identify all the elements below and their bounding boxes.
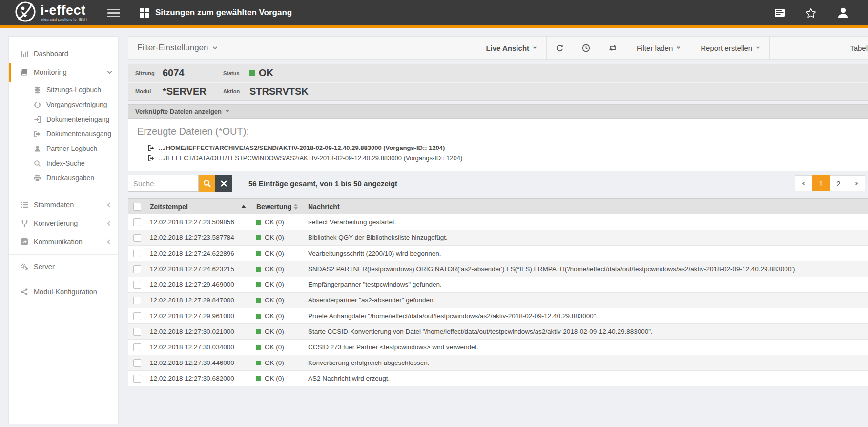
log-table-body: 12.02.2018 12:27:23.509856 OK (0) i-effe…: [128, 214, 868, 386]
session-id-value: 6074: [163, 67, 220, 79]
row-checkbox[interactable]: [133, 265, 141, 273]
repeat-icon: [608, 44, 617, 52]
sidebar-item-dashboard[interactable]: Dashboard: [9, 44, 118, 63]
table-row[interactable]: 12.02.2018 12:27:29.961000 OK (0) Pruefe…: [128, 308, 868, 324]
table-row[interactable]: 12.02.2018 12:27:30.034000 OK (0) CCSID …: [128, 340, 868, 355]
row-checkbox[interactable]: [133, 312, 141, 320]
sidebar-item-modul-konfiguration[interactable]: Modul-Konfiguration: [9, 282, 118, 301]
sidebar-item-monitoring[interactable]: Monitoring: [9, 63, 118, 82]
sidebar-item-druckausgaben[interactable]: Druckausgaben: [9, 171, 118, 185]
chevron-down-icon: [212, 45, 217, 50]
generated-files-heading: Erzeugte Dateien (*OUT):: [137, 126, 859, 137]
row-checkbox[interactable]: [133, 359, 141, 367]
pagination-page-1[interactable]: 1: [812, 175, 830, 191]
session-label: Sitzung: [135, 70, 157, 76]
row-checkbox[interactable]: [133, 234, 141, 242]
load-filter-label: Filter laden: [637, 44, 673, 52]
row-checkbox[interactable]: [133, 250, 141, 257]
select-all-checkbox[interactable]: [133, 203, 141, 211]
message-cell: Starte CCSID-Konvertierung von Datei "/h…: [308, 328, 653, 335]
rating-cell: OK (0): [256, 297, 298, 304]
circle-progress-icon: [33, 101, 41, 108]
sign-in-icon: [33, 115, 41, 123]
sidebar-item-label: Index-Suche: [46, 159, 85, 167]
row-checkbox[interactable]: [133, 328, 141, 336]
search-button[interactable]: [199, 175, 215, 192]
sidebar-item-label: Kommunikation: [34, 238, 83, 246]
linked-files-toggle[interactable]: Verknüpfte Dateien anzeigen: [128, 104, 868, 119]
sidebar-item-kommunikation[interactable]: Kommunikation: [9, 233, 118, 251]
filter-settings-toggle[interactable]: Filter-Einstellungen: [128, 43, 217, 53]
gears-icon: [21, 263, 28, 271]
sidebar-item-partner-logbuch[interactable]: Partner-Logbuch: [9, 141, 118, 156]
column-header-bewertung[interactable]: Bewertung: [251, 199, 303, 214]
user-account-icon[interactable]: [837, 6, 849, 19]
linked-files-toggle-label: Verknüpfte Dateien anzeigen: [135, 108, 222, 115]
clear-search-button[interactable]: [215, 175, 232, 192]
sort-asc-icon: [241, 205, 246, 208]
table-row[interactable]: 12.02.2018 12:27:29.469000 OK (0) Empfän…: [128, 277, 868, 293]
menu-toggle-icon[interactable]: [107, 9, 120, 17]
entries-summary: 56 Einträge gesamt, von 1 bis 50 angezei…: [248, 179, 397, 188]
favorites-star-icon[interactable]: [806, 8, 816, 18]
live-view-dropdown[interactable]: Live Ansicht: [475, 37, 546, 59]
message-cell: AS2 Nachricht wird erzeugt.: [308, 375, 390, 382]
refresh-icon: [556, 44, 564, 52]
printer-icon: [33, 174, 41, 182]
timestamp-cell: 12.02.2018 12:27:23.509856: [150, 218, 234, 226]
logo-name: i-effect: [41, 4, 87, 17]
timestamp-cell: 12.02.2018 12:27:24.623215: [150, 265, 234, 273]
rating-cell: OK (0): [256, 343, 298, 351]
table-row[interactable]: 12.02.2018 12:27:24.622896 OK (0) Vearbe…: [128, 246, 868, 261]
monitoring-submenu: Sitzungs-Logbuch Vorgangsverfolgung D: [9, 82, 118, 189]
rating-cell: OK (0): [256, 250, 298, 257]
rating-cell: OK (0): [256, 312, 298, 320]
search-input[interactable]: [128, 175, 199, 192]
column-header-nachricht[interactable]: Nachricht: [303, 199, 868, 214]
table-row[interactable]: 12.02.2018 12:27:30.446000 OK (0) Konver…: [128, 355, 868, 371]
sidebar-item-label: Druckausgaben: [46, 174, 94, 182]
logo-subtitle: integrated solutions for IBM i: [41, 18, 87, 21]
load-filter-dropdown[interactable]: Filter laden: [626, 37, 690, 59]
create-report-dropdown[interactable]: Report erstellen: [690, 37, 769, 59]
sign-out-icon: [33, 130, 41, 138]
column-header-zeitstempel[interactable]: Zeitstempel: [145, 199, 251, 214]
table-row[interactable]: 12.02.2018 12:27:30.021000 OK (0) Starte…: [128, 324, 868, 340]
live-view-label: Live Ansicht: [486, 44, 529, 52]
repeat-button[interactable]: [599, 37, 626, 59]
pagination-next[interactable]: [847, 175, 865, 191]
pagination-prev[interactable]: [795, 175, 812, 191]
schedule-button[interactable]: [573, 37, 599, 59]
server-status-icon[interactable]: [774, 8, 785, 17]
table-config-dropdown[interactable]: Tabel: [843, 37, 868, 59]
sidebar-item-konvertierung[interactable]: Konvertierung: [9, 214, 118, 233]
table-row[interactable]: 12.02.2018 12:27:29.847000 OK (0) Absend…: [128, 293, 868, 308]
sidebar-item-dokumenteneingang[interactable]: Dokumenteneingang: [9, 112, 118, 127]
sidebar-item-stammdaten[interactable]: Stammdaten: [9, 195, 118, 214]
sidebar-item-index-suche[interactable]: Index-Suche: [9, 156, 118, 171]
row-checkbox[interactable]: [133, 218, 141, 226]
sidebar-item-dokumentenausgang[interactable]: Dokumentenausgang: [9, 127, 118, 141]
refresh-button[interactable]: [546, 37, 573, 59]
bar-chart-icon: [21, 50, 28, 58]
timestamp-cell: 12.02.2018 12:27:30.034000: [150, 343, 234, 351]
generated-files-list: .../HOME/IEFFECT/ARCHIVE/AS2/SEND/AKTIV-…: [137, 143, 859, 163]
sidebar-item-sitzungs-logbuch[interactable]: Sitzungs-Logbuch: [9, 83, 118, 97]
row-checkbox[interactable]: [133, 281, 141, 289]
generated-file-link[interactable]: .../HOME/IEFFECT/ARCHIVE/AS2/SEND/AKTIV-…: [137, 143, 859, 153]
table-row[interactable]: 12.02.2018 12:27:24.623215 OK (0) SNDAS2…: [128, 261, 868, 277]
chevron-down-icon: [226, 109, 229, 112]
generated-file-link[interactable]: .../IEFFECT/DATA/OUT/TESTPCWINDOWS/AS2/A…: [137, 153, 859, 163]
sidebar-item-server[interactable]: Server: [9, 257, 118, 276]
sidebar-item-vorgangsverfolgung[interactable]: Vorgangsverfolgung: [9, 97, 118, 112]
table-row[interactable]: 12.02.2018 12:27:30.682000 OK (0) AS2 Na…: [128, 371, 868, 386]
select-all-header: [128, 199, 145, 214]
row-checkbox[interactable]: [133, 297, 141, 304]
action-label: Aktion: [223, 88, 244, 94]
pagination-page-2[interactable]: 2: [830, 175, 847, 191]
table-row[interactable]: 12.02.2018 12:27:23.509856 OK (0) i-effe…: [128, 214, 868, 230]
row-checkbox[interactable]: [133, 375, 141, 383]
row-checkbox[interactable]: [133, 343, 141, 351]
status-green-square: [256, 251, 261, 256]
table-row[interactable]: 12.02.2018 12:27:23.587784 OK (0) Biblio…: [128, 230, 868, 246]
